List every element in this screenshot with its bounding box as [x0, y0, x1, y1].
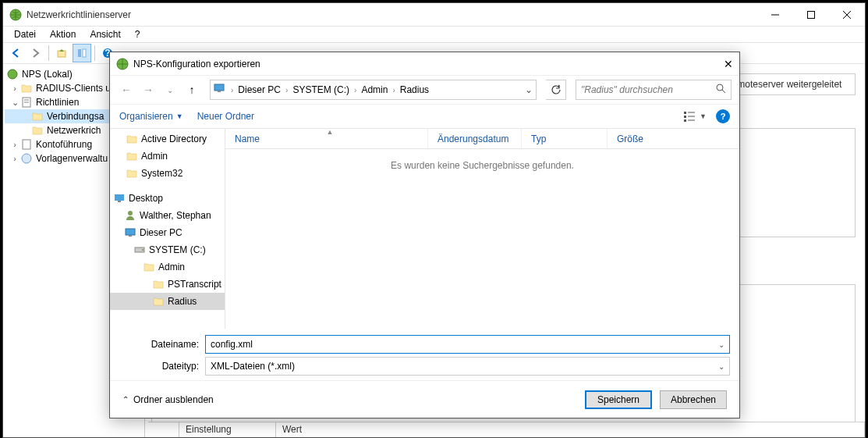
chevron-right-icon[interactable]: ›	[284, 86, 289, 94]
menu-action[interactable]: Aktion	[44, 27, 82, 41]
close-button[interactable]	[829, 3, 865, 26]
svg-point-10	[8, 69, 17, 79]
tree-label: SYSTEM (C:)	[149, 244, 206, 255]
tree-item-label: Verbindungsa	[47, 111, 104, 122]
chevron-down-icon: ▼	[176, 112, 183, 120]
forward-button[interactable]	[27, 44, 45, 62]
breadcrumb-radius[interactable]: Radius	[397, 84, 432, 95]
expand-icon[interactable]: ›	[9, 154, 20, 163]
bottom-col-setting[interactable]: Einstellung	[179, 422, 276, 437]
refresh-button[interactable]	[546, 80, 566, 100]
tree-item-system32[interactable]: System32	[110, 165, 225, 182]
chevron-down-icon[interactable]: ⌄	[718, 340, 725, 349]
dialog-close-button[interactable]: ✕	[708, 58, 733, 70]
tree-item-user[interactable]: Walther, Stephan	[110, 207, 225, 224]
organize-label: Organisieren	[119, 111, 173, 122]
column-type[interactable]: Typ	[522, 129, 608, 148]
nav-forward-button[interactable]: →	[140, 81, 157, 98]
folder-icon	[152, 295, 165, 308]
chevron-right-icon[interactable]: ›	[353, 86, 358, 94]
chevron-down-icon[interactable]: ⌄	[525, 84, 533, 95]
tree-item-radius[interactable]: Radius	[110, 293, 225, 310]
folder-icon	[31, 124, 44, 137]
bottom-col-value[interactable]: Wert	[276, 422, 865, 437]
up-button[interactable]	[52, 44, 71, 62]
collapse-icon[interactable]: ⌄	[9, 98, 20, 108]
nav-back-button[interactable]: ←	[118, 81, 135, 98]
menubar: Datei Aktion Ansicht ?	[3, 27, 865, 42]
nav-history-button[interactable]: ⌄	[161, 81, 179, 98]
back-button[interactable]	[6, 44, 25, 62]
minimize-button[interactable]	[757, 3, 793, 26]
breadcrumb[interactable]: › Dieser PC › SYSTEM (C:) › Admin › Radi…	[210, 80, 537, 100]
chevron-right-icon[interactable]: ›	[391, 86, 396, 94]
tree-item-pstranscript[interactable]: PSTranscript	[110, 276, 225, 293]
folder-icon	[143, 261, 155, 273]
view-mode-button[interactable]: ▼	[684, 111, 707, 122]
tree-item-desktop[interactable]: Desktop	[110, 190, 225, 207]
chevron-down-icon[interactable]: ⌄	[718, 362, 725, 371]
expand-icon[interactable]: ›	[9, 140, 20, 149]
filetype-value: XML-Dateien (*.xml)	[211, 361, 295, 372]
dialog-folder-tree: Active Directory Admin System32 Desktop …	[110, 129, 225, 329]
nav-up-button[interactable]: ↑	[183, 81, 200, 98]
tree-item-thispc[interactable]: Dieser PC	[110, 224, 225, 241]
search-input[interactable]: "Radius" durchsuchen	[576, 80, 732, 100]
tree-item-ad[interactable]: Active Directory	[110, 130, 225, 148]
breadcrumb-admin[interactable]: Admin	[358, 84, 391, 95]
svg-rect-31	[129, 235, 132, 237]
bottom-spacer	[148, 422, 179, 437]
tree-item-drive[interactable]: SYSTEM (C:)	[110, 241, 225, 258]
tree-item-label: Vorlagenverwaltu	[36, 153, 108, 164]
tree-item-label: Richtlinien	[36, 97, 79, 108]
help-button[interactable]: ?	[716, 109, 730, 123]
folder-icon	[126, 133, 138, 145]
chevron-down-icon: ▼	[700, 112, 707, 120]
filename-value: config.xml	[211, 339, 253, 350]
tree-label: Active Directory	[141, 134, 207, 144]
chevron-right-icon[interactable]: ›	[229, 86, 235, 94]
chevron-up-icon: ⌃	[122, 395, 129, 404]
maximize-button[interactable]	[793, 3, 829, 26]
tree-label: System32	[141, 168, 182, 179]
bottom-columns: Einstellung Wert	[148, 422, 865, 437]
tree-root-label: NPS (Lokal)	[22, 69, 73, 80]
column-name[interactable]: Name ▲	[225, 129, 428, 148]
new-folder-button[interactable]: Neuer Ordner	[197, 111, 254, 122]
svg-rect-27	[115, 194, 124, 201]
breadcrumb-drive[interactable]: SYSTEM (C:)	[289, 84, 353, 95]
tree-label: Radius	[168, 296, 197, 307]
svg-rect-23	[684, 119, 686, 122]
dialog-title: NPS-Konfiguration exportieren	[133, 59, 708, 69]
column-date[interactable]: Änderungsdatum	[428, 129, 522, 148]
svg-point-33	[142, 249, 143, 251]
filename-input[interactable]: config.xml ⌄	[205, 335, 730, 354]
menu-file[interactable]: Datei	[8, 27, 42, 41]
column-name-label: Name	[235, 134, 260, 144]
cancel-button[interactable]: Abbrechen	[660, 390, 727, 409]
save-button[interactable]: Speichern	[585, 390, 652, 409]
tree-item-admin2[interactable]: Admin	[110, 258, 225, 276]
hide-folders-button[interactable]: ⌃ Ordner ausblenden	[122, 394, 214, 405]
search-icon	[716, 84, 726, 96]
properties-button[interactable]	[73, 44, 91, 62]
svg-rect-30	[126, 229, 135, 235]
svg-rect-2	[808, 11, 815, 18]
tree-item-admin[interactable]: Admin	[110, 148, 225, 165]
main-title: Netzwerkrichtlinienserver	[27, 9, 757, 20]
menu-help[interactable]: ?	[129, 27, 147, 41]
menu-view[interactable]: Ansicht	[83, 27, 126, 41]
tree-item-label: Kontoführung	[36, 139, 92, 150]
document-icon	[20, 96, 33, 109]
export-dialog: NPS-Konfiguration exportieren ✕ ← → ⌄ ↑ …	[109, 52, 740, 418]
organize-button[interactable]: Organisieren ▼	[119, 111, 183, 122]
folder-icon	[152, 278, 165, 290]
column-size[interactable]: Größe	[608, 129, 739, 148]
expand-icon[interactable]: ›	[9, 84, 20, 93]
filetype-combo[interactable]: XML-Dateien (*.xml) ⌄	[205, 357, 730, 376]
monitor-icon	[124, 226, 136, 239]
svg-rect-14	[23, 140, 30, 149]
svg-rect-6	[78, 49, 81, 57]
folder-icon	[20, 82, 33, 94]
breadcrumb-pc[interactable]: Dieser PC	[235, 84, 284, 95]
